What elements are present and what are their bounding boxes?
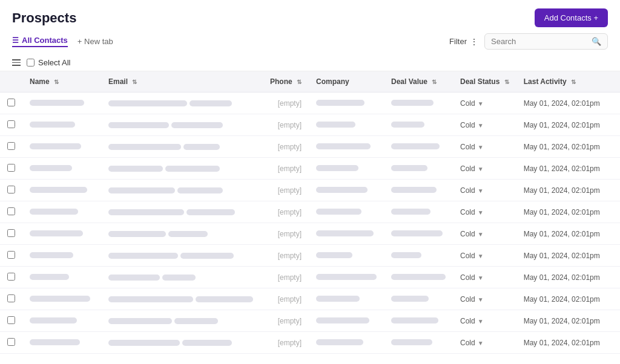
deal-status-dropdown[interactable]: ▼	[478, 209, 484, 216]
row-company	[309, 136, 384, 158]
row-email	[101, 288, 260, 310]
deal-status-dropdown[interactable]: ▼	[478, 187, 484, 194]
deal-status-dropdown[interactable]: ▼	[478, 253, 484, 259]
row-checkbox-cell[interactable]	[0, 332, 22, 354]
last-activity-value: May 01, 2024, 02:01pm	[524, 273, 600, 282]
email-sort-icon[interactable]: ⇅	[132, 79, 137, 85]
company-blur	[316, 252, 352, 258]
row-deal-value	[384, 158, 453, 180]
row-checkbox[interactable]	[7, 229, 15, 237]
deal-status-dropdown[interactable]: ▼	[478, 100, 484, 107]
row-checkbox-cell[interactable]	[0, 267, 22, 288]
filter-button[interactable]: Filter ⋮	[449, 37, 478, 47]
row-menu-cell[interactable]: ⋮	[613, 310, 620, 332]
row-checkbox-cell[interactable]	[0, 201, 22, 223]
row-menu-cell[interactable]: ⋮	[613, 332, 620, 354]
row-deal-status[interactable]: Cold ▼	[453, 201, 516, 223]
deal-status-sort-icon[interactable]: ⇅	[504, 79, 509, 85]
deal-status-dropdown[interactable]: ▼	[478, 166, 484, 172]
row-checkbox-cell[interactable]	[0, 223, 22, 245]
row-menu-cell[interactable]: ⋮	[613, 223, 620, 245]
row-checkbox-cell[interactable]	[0, 310, 22, 332]
row-checkbox-cell[interactable]	[0, 136, 22, 158]
row-menu-cell[interactable]: ⋮	[613, 93, 620, 114]
row-company	[309, 223, 384, 245]
deal-status-dropdown[interactable]: ▼	[478, 144, 484, 151]
row-menu-cell[interactable]: ⋮	[613, 288, 620, 310]
deal-status-dropdown[interactable]: ▼	[478, 231, 484, 238]
row-company	[309, 158, 384, 180]
row-deal-status[interactable]: Cold ▼	[453, 288, 516, 310]
row-checkbox-cell[interactable]	[0, 114, 22, 136]
row-menu-cell[interactable]: ⋮	[613, 201, 620, 223]
row-menu-cell[interactable]: ⋮	[613, 354, 620, 357]
deal-status-dropdown[interactable]: ▼	[478, 122, 484, 129]
row-name	[22, 114, 101, 136]
row-checkbox[interactable]	[7, 294, 15, 302]
add-contacts-button[interactable]: Add Contacts +	[535, 8, 608, 27]
header-deal-status[interactable]: Deal Status ⇅	[453, 71, 516, 93]
row-menu-cell[interactable]: ⋮	[613, 136, 620, 158]
row-checkbox-cell[interactable]	[0, 93, 22, 114]
row-menu-cell[interactable]: ⋮	[613, 245, 620, 267]
new-tab-button[interactable]: + New tab	[78, 37, 113, 46]
row-checkbox[interactable]	[7, 142, 15, 150]
name-blur	[30, 143, 81, 149]
deal-status-dropdown[interactable]: ▼	[478, 318, 484, 325]
row-deal-status[interactable]: Cold ▼	[453, 267, 516, 288]
row-checkbox[interactable]	[7, 186, 15, 193]
header-last-activity[interactable]: Last Activity ⇅	[516, 71, 613, 93]
select-all-label[interactable]: Select All	[27, 58, 70, 67]
row-deal-value	[384, 332, 453, 354]
row-deal-status[interactable]: Cold ▼	[453, 245, 516, 267]
deal-status-label: Cold	[460, 186, 475, 195]
row-company	[309, 354, 384, 357]
row-deal-status[interactable]: Cold ▼	[453, 180, 516, 201]
row-checkbox-cell[interactable]	[0, 354, 22, 357]
row-checkbox[interactable]	[7, 164, 15, 172]
company-blur	[316, 100, 364, 106]
row-menu-cell[interactable]: ⋮	[613, 158, 620, 180]
tab-all-contacts[interactable]: ☰ All Contacts	[12, 36, 68, 47]
row-menu-cell[interactable]: ⋮	[613, 114, 620, 136]
row-checkbox[interactable]	[7, 338, 15, 346]
row-deal-status[interactable]: Cold ▼	[453, 136, 516, 158]
row-checkbox[interactable]	[7, 273, 15, 281]
row-last-activity: May 01, 2024, 02:01pm	[516, 223, 613, 245]
deal-status-dropdown[interactable]: ▼	[478, 296, 484, 303]
row-menu-cell[interactable]: ⋮	[613, 180, 620, 201]
row-deal-status[interactable]: Cold ▼	[453, 93, 516, 114]
search-input[interactable]	[491, 37, 588, 46]
row-checkbox-cell[interactable]	[0, 288, 22, 310]
row-checkbox[interactable]	[7, 251, 15, 259]
row-deal-status[interactable]: Cold ▼	[453, 332, 516, 354]
row-checkbox[interactable]	[7, 99, 15, 106]
row-deal-status[interactable]: Cold ▼	[453, 310, 516, 332]
phone-sort-icon[interactable]: ⇅	[297, 79, 302, 85]
header-email[interactable]: Email ⇅	[101, 71, 260, 93]
deal-status-dropdown[interactable]: ▼	[478, 275, 484, 281]
row-checkbox-cell[interactable]	[0, 158, 22, 180]
header-deal-value[interactable]: Deal Value ⇅	[384, 71, 453, 93]
row-checkbox-cell[interactable]	[0, 180, 22, 201]
row-checkbox[interactable]	[7, 120, 15, 128]
menu-icon[interactable]	[12, 59, 21, 66]
row-deal-status[interactable]: Cold ▼	[453, 158, 516, 180]
row-checkbox[interactable]	[7, 316, 15, 324]
deal-status-dropdown[interactable]: ▼	[478, 340, 484, 346]
toolbar: Select All	[0, 54, 620, 71]
select-all-checkbox[interactable]	[27, 59, 35, 67]
row-menu-cell[interactable]: ⋮	[613, 267, 620, 288]
row-deal-status[interactable]: Cold ▼	[453, 223, 516, 245]
row-deal-status[interactable]: Cold ▼	[453, 114, 516, 136]
row-deal-status[interactable]: Cold ▼	[453, 354, 516, 357]
email-blur-1	[108, 144, 181, 150]
row-name	[22, 93, 101, 114]
header-name[interactable]: Name ⇅	[22, 71, 101, 93]
header-phone[interactable]: Phone ⇅	[260, 71, 309, 93]
last-activity-sort-icon[interactable]: ⇅	[571, 79, 576, 85]
deal-value-sort-icon[interactable]: ⇅	[432, 79, 437, 85]
name-sort-icon[interactable]: ⇅	[54, 79, 59, 85]
row-checkbox-cell[interactable]	[0, 245, 22, 267]
row-checkbox[interactable]	[7, 207, 15, 215]
